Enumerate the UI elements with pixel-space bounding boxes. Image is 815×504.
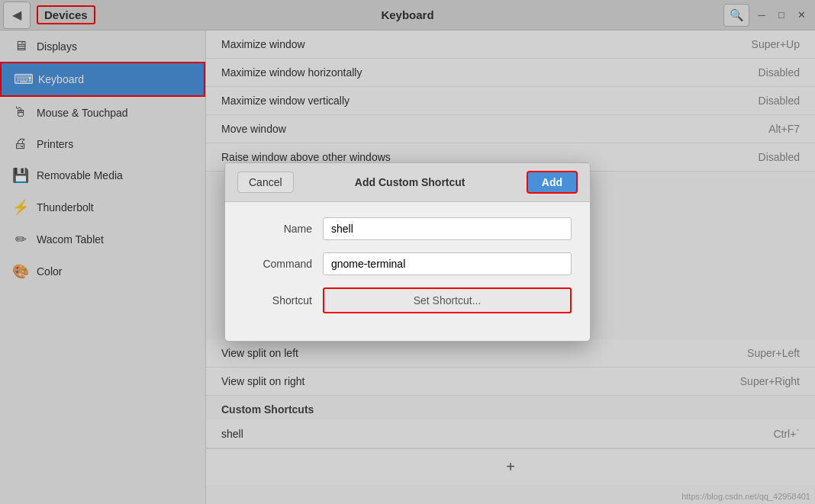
name-label: Name	[243, 223, 312, 235]
add-button[interactable]: Add	[527, 171, 578, 194]
shortcut-field-row: Shortcut Set Shortcut...	[243, 287, 572, 313]
dialog-title: Add Custom Shortcut	[355, 176, 465, 188]
name-field-row: Name	[243, 217, 572, 240]
dialog-overlay: Cancel Add Custom Shortcut Add Name Comm…	[0, 0, 815, 504]
command-label: Command	[243, 258, 312, 270]
dialog-titlebar: Cancel Add Custom Shortcut Add	[225, 163, 590, 202]
dialog-body: Name Command Shortcut Set Shortcut...	[225, 202, 590, 341]
name-input[interactable]	[323, 217, 572, 240]
shortcut-label: Shortcut	[243, 294, 312, 307]
command-input[interactable]	[323, 252, 572, 275]
cancel-button[interactable]: Cancel	[237, 172, 294, 193]
command-field-row: Command	[243, 252, 572, 275]
set-shortcut-button[interactable]: Set Shortcut...	[323, 287, 572, 313]
add-custom-shortcut-dialog: Cancel Add Custom Shortcut Add Name Comm…	[224, 162, 591, 342]
